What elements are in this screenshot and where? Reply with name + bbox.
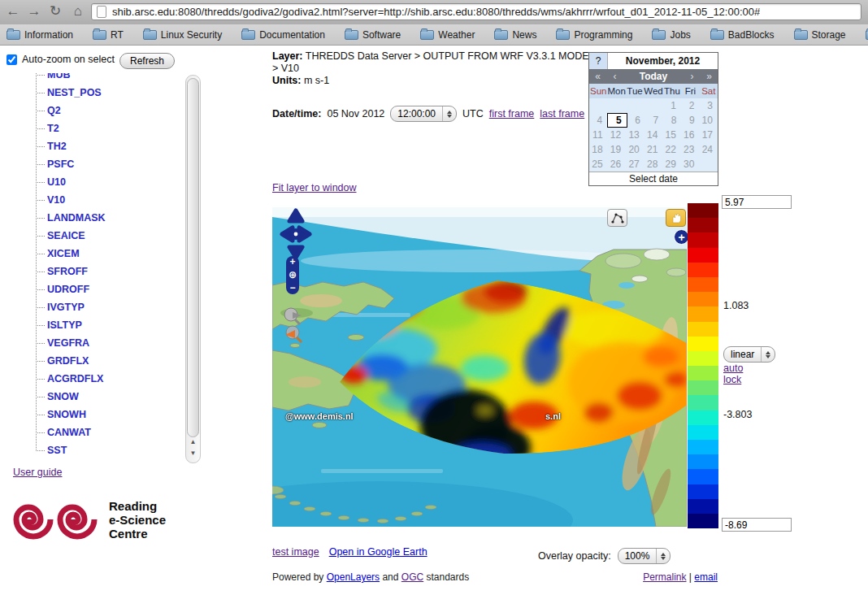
calendar-day-28[interactable]: 28	[644, 157, 663, 172]
openlayers-link[interactable]: OpenLayers	[327, 571, 380, 583]
history-next-icon[interactable]	[282, 325, 306, 345]
calendar-day-5[interactable]: 5	[607, 113, 627, 128]
bookmark-item[interactable]: Linux Security	[143, 29, 222, 41]
calendar-help-button[interactable]: ?	[589, 53, 608, 69]
bookmark-item[interactable]: Information	[7, 29, 73, 41]
scroll-down-icon[interactable]: ▼	[186, 450, 200, 457]
calendar-day-9[interactable]: 9	[681, 113, 699, 128]
calendar-day-18[interactable]: 18	[589, 142, 608, 157]
lock-scale-link[interactable]: lock	[723, 374, 741, 385]
prev-month-button[interactable]: ‹	[606, 69, 623, 84]
autozoom-checkbox[interactable]	[7, 54, 17, 65]
colorbar-max-input[interactable]	[722, 195, 792, 209]
layer-link-t2[interactable]: T2	[47, 123, 59, 134]
auto-scale-link[interactable]: auto	[723, 363, 743, 374]
reload-icon[interactable]: ↻	[46, 2, 65, 21]
today-button[interactable]: Today	[623, 69, 684, 84]
layer-link-vegfra[interactable]: VEGFRA	[47, 337, 89, 349]
permalink-link[interactable]: Permalink	[643, 571, 686, 583]
bookmark-item[interactable]: BadBlocks	[710, 29, 775, 41]
zoom-bar[interactable]: + ⊕ −	[286, 256, 299, 294]
calendar-day-30[interactable]: 30	[681, 157, 700, 172]
forward-icon[interactable]: →	[24, 2, 44, 21]
next-year-button[interactable]: »	[701, 69, 718, 84]
google-earth-link[interactable]: Open in Google Earth	[329, 546, 427, 558]
calendar-day-12[interactable]: 12	[608, 128, 627, 142]
time-select[interactable]: 12:00:00	[390, 106, 457, 122]
calendar-day-1[interactable]: 1	[662, 98, 681, 113]
calendar-day-13[interactable]: 13	[626, 128, 644, 142]
bookmark-item[interactable]: Weather	[420, 29, 475, 41]
layer-link-seaice[interactable]: SEAICE	[47, 230, 85, 241]
home-icon[interactable]: ⌂	[68, 2, 88, 21]
layer-link-th2[interactable]: TH2	[47, 141, 67, 152]
email-link[interactable]: email	[694, 571, 718, 583]
calendar-day-25[interactable]: 25	[589, 157, 608, 172]
calendar-day-21[interactable]: 21	[644, 142, 663, 157]
calendar-day-19[interactable]: 19	[608, 142, 627, 157]
ogc-link[interactable]: OGC	[401, 571, 423, 583]
layer-link-psfc[interactable]: PSFC	[47, 159, 74, 170]
layer-link-ivgtyp[interactable]: IVGTYP	[47, 302, 85, 313]
layer-link-sst[interactable]: SST	[47, 445, 67, 456]
layer-link-mub[interactable]: MUB	[47, 73, 70, 80]
layer-link-q2[interactable]: Q2	[47, 105, 61, 116]
calendar-day-11[interactable]: 11	[589, 128, 608, 142]
fit-layer-link[interactable]: Fit layer to window	[272, 182, 357, 193]
history-previous-icon[interactable]	[282, 306, 306, 326]
bookmark-item[interactable]: DataPortal	[866, 29, 868, 41]
calendar-day-6[interactable]: 6	[627, 113, 645, 128]
bookmark-item[interactable]: RT	[93, 29, 124, 41]
calendar-day-26[interactable]: 26	[608, 157, 627, 172]
calendar-day-2[interactable]: 2	[681, 98, 700, 113]
layer-link-landmask[interactable]: LANDMASK	[47, 212, 106, 224]
bookmark-item[interactable]: Programming	[556, 29, 632, 41]
layer-link-nest_pos[interactable]: NEST_POS	[47, 87, 102, 98]
test-image-link[interactable]: test image	[272, 546, 319, 558]
calendar-day-8[interactable]: 8	[663, 113, 681, 128]
calendar-day-22[interactable]: 22	[662, 142, 681, 157]
layer-link-isltyp[interactable]: ISLTYP	[47, 319, 82, 331]
calendar-day-27[interactable]: 27	[626, 157, 644, 172]
calendar-day-20[interactable]: 20	[626, 142, 644, 157]
scrollbar-thumb[interactable]	[187, 78, 199, 437]
colorbar-min-input[interactable]	[722, 518, 792, 532]
zoom-out-icon[interactable]: −	[289, 283, 295, 293]
calendar-day-4[interactable]: 4	[589, 113, 607, 128]
zoom-in-icon[interactable]: +	[289, 257, 295, 267]
calendar-day-23[interactable]: 23	[681, 142, 700, 157]
pan-control[interactable]	[279, 207, 315, 264]
first-frame-link[interactable]: first frame	[489, 108, 535, 119]
layer-link-xicem[interactable]: XICEM	[47, 248, 80, 259]
layer-link-grdflx[interactable]: GRDFLX	[47, 355, 89, 367]
layer-link-canwat[interactable]: CANWAT	[47, 427, 91, 438]
prev-year-button[interactable]: «	[589, 69, 606, 84]
next-month-button[interactable]: ›	[684, 69, 701, 84]
url-bar[interactable]: shib.arsc.edu:8080/thredds/godiva2/godiv…	[91, 3, 861, 20]
map-viewport[interactable]: @www.demis.nl s.nl + ⊕ −	[272, 207, 687, 527]
last-frame-link[interactable]: last frame	[540, 108, 584, 119]
calendar-day-7[interactable]: 7	[645, 113, 663, 128]
calendar-day-17[interactable]: 17	[699, 128, 718, 142]
opacity-select[interactable]: 100%	[618, 548, 671, 564]
bookmark-item[interactable]: Storage	[794, 29, 846, 41]
refresh-button[interactable]: Refresh	[119, 53, 175, 69]
polygon-tool-button[interactable]	[607, 209, 627, 227]
back-icon[interactable]: ←	[3, 2, 23, 21]
calendar-day-24[interactable]: 24	[699, 142, 718, 157]
layer-link-acgrdflx[interactable]: ACGRDFLX	[47, 373, 103, 384]
pan-hand-tool-button[interactable]	[666, 209, 686, 227]
scale-select[interactable]: linear	[723, 346, 775, 363]
layer-link-snow[interactable]: SNOW	[47, 391, 79, 402]
bookmark-item[interactable]: Software	[345, 29, 401, 41]
calendar-day-14[interactable]: 14	[644, 128, 663, 142]
calendar-day-16[interactable]: 16	[681, 128, 700, 142]
bookmark-item[interactable]: Jobs	[652, 29, 690, 41]
scroll-up-icon[interactable]: ▲	[186, 438, 200, 445]
layer-link-u10[interactable]: U10	[47, 176, 66, 188]
calendar-day-29[interactable]: 29	[662, 157, 681, 172]
tree-scrollbar[interactable]: ▲ ▼	[185, 75, 201, 463]
calendar-day-3[interactable]: 3	[699, 98, 718, 113]
layer-link-snowh[interactable]: SNOWH	[47, 409, 86, 420]
bookmark-item[interactable]: News	[494, 29, 536, 41]
